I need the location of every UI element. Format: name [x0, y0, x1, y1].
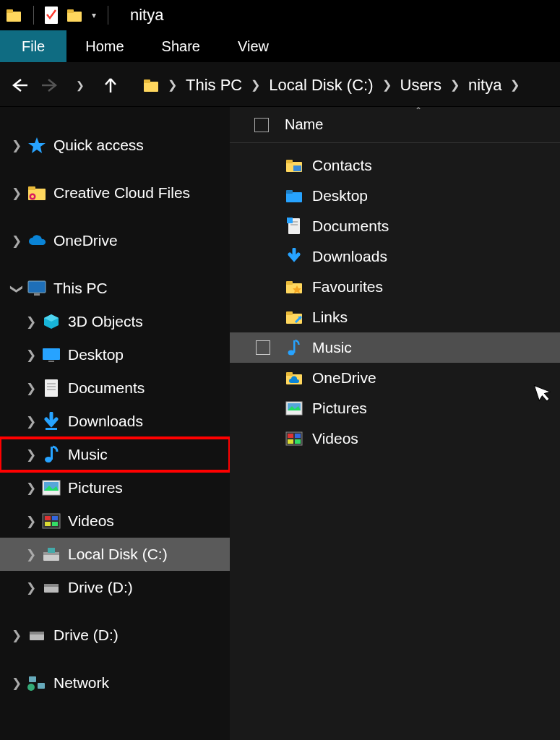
breadcrumb-localdisk[interactable]: Local Disk (C:) [263, 76, 379, 95]
breadcrumb-users[interactable]: Users [395, 76, 447, 95]
document-icon [283, 215, 305, 237]
quick-access-properties-icon[interactable] [41, 5, 61, 25]
star-icon [26, 134, 48, 156]
nav-forward-button[interactable] [36, 72, 64, 99]
file-row-desktop[interactable]: Desktop [230, 181, 560, 211]
nav-back-button[interactable] [6, 72, 33, 99]
svg-rect-47 [293, 165, 301, 171]
chevron-right-icon[interactable]: ❯ [22, 514, 40, 529]
main-area: ❯ Quick access ❯ Creative Cloud Files ❯ … [0, 107, 560, 740]
tree-3d-objects[interactable]: ❯ 3D Objects [0, 305, 230, 338]
tree-this-pc[interactable]: ❯ This PC [0, 272, 230, 305]
tab-home[interactable]: Home [66, 30, 142, 62]
chevron-right-icon[interactable]: ❯ [22, 381, 40, 396]
tree-drive-d-outer[interactable]: ❯ Drive (D:) [0, 619, 230, 652]
chevron-right-icon[interactable]: ❯ [7, 628, 26, 643]
chevron-right-icon[interactable]: ❯ [22, 348, 40, 363]
navigation-pane[interactable]: ❯ Quick access ❯ Creative Cloud Files ❯ … [0, 107, 230, 740]
file-name: Downloads [312, 248, 387, 265]
svg-rect-4 [67, 9, 74, 13]
tree-drive-d[interactable]: ❯ Drive (D:) [0, 571, 230, 604]
tree-quick-access[interactable]: ❯ Quick access [0, 129, 230, 162]
tree-local-disk-c[interactable]: ❯ Local Disk (C:) [0, 538, 230, 571]
tree-label: Pictures [68, 479, 123, 496]
file-row-contacts[interactable]: Contacts [230, 150, 560, 181]
tree-label: This PC [53, 280, 108, 297]
breadcrumb-sep[interactable]: ❯ [507, 78, 522, 92]
file-row-pictures[interactable]: Pictures [230, 393, 560, 423]
chevron-right-icon[interactable]: ❯ [22, 314, 40, 330]
file-name: OneDrive [312, 369, 376, 387]
tree-videos[interactable]: ❯ Videos [0, 504, 230, 538]
tab-file[interactable]: File [0, 30, 66, 62]
cube-icon [40, 311, 62, 332]
file-row-videos[interactable]: Videos [230, 423, 560, 454]
row-checkbox[interactable] [256, 340, 270, 355]
file-row-onedrive[interactable]: OneDrive [230, 363, 560, 393]
chevron-right-icon[interactable]: ❯ [22, 447, 40, 462]
svg-rect-7 [144, 82, 158, 92]
column-header-name[interactable]: Name [285, 116, 323, 133]
breadcrumb-sep[interactable]: ❯ [447, 78, 462, 92]
file-name: Desktop [312, 187, 368, 205]
chevron-right-icon[interactable]: ❯ [22, 481, 40, 496]
chevron-right-icon[interactable]: ❯ [22, 414, 40, 429]
svg-rect-3 [67, 12, 82, 22]
file-row-music[interactable]: Music [230, 332, 560, 363]
folder-icon [283, 306, 305, 328]
breadcrumb-sep[interactable]: ❯ [248, 78, 263, 92]
nav-recent-dropdown[interactable]: ❯ [66, 72, 94, 99]
address-bar[interactable]: ❯ This PC ❯ Local Disk (C:) ❯ Users ❯ ni… [134, 70, 554, 100]
breadcrumb-sep[interactable]: ❯ [165, 78, 180, 92]
content-pane[interactable]: Name ⌃ Contacts Desktop Documents [230, 107, 560, 740]
tree-label: Local Disk (C:) [68, 546, 168, 563]
file-name: Favourites [312, 278, 383, 296]
tree-music[interactable]: ❯ Music [0, 438, 230, 471]
svg-rect-43 [38, 683, 45, 689]
svg-marker-9 [28, 137, 46, 153]
file-row-downloads[interactable]: Downloads [230, 241, 560, 272]
chevron-down-icon[interactable]: ❯ [9, 279, 25, 298]
tab-view[interactable]: View [219, 30, 288, 62]
svg-rect-37 [48, 548, 55, 553]
tree-documents[interactable]: ❯ Documents [0, 371, 230, 405]
picture-icon [283, 397, 305, 419]
svg-rect-0 [7, 12, 21, 22]
svg-rect-63 [286, 372, 293, 376]
svg-rect-71 [295, 439, 301, 444]
tree-pictures[interactable]: ❯ Pictures [0, 471, 230, 504]
file-row-documents[interactable]: Documents [230, 211, 560, 241]
network-icon [26, 672, 48, 694]
chevron-right-icon[interactable]: ❯ [7, 233, 26, 249]
folder-icon [283, 276, 305, 298]
chevron-right-icon[interactable]: ❯ [7, 676, 26, 691]
nav-up-button[interactable] [97, 72, 124, 99]
tree-desktop[interactable]: ❯ Desktop [0, 338, 230, 371]
folder-icon [283, 185, 305, 207]
tab-share[interactable]: Share [143, 30, 219, 62]
breadcrumb-nitya[interactable]: nitya [462, 76, 507, 95]
folder-icon [283, 367, 305, 389]
breadcrumb-thispc[interactable]: This PC [180, 76, 248, 95]
chevron-right-icon[interactable]: ❯ [7, 138, 26, 153]
chevron-right-icon[interactable]: ❯ [22, 580, 40, 595]
tree-downloads[interactable]: ❯ Downloads [0, 405, 230, 438]
svg-rect-48 [286, 192, 302, 202]
drive-icon [40, 577, 62, 598]
chevron-right-icon[interactable]: ❯ [22, 547, 40, 562]
sort-indicator-icon: ⌃ [415, 106, 422, 116]
select-all-checkbox[interactable] [254, 118, 269, 132]
file-row-links[interactable]: Links [230, 302, 560, 332]
tree-label: Quick access [53, 137, 144, 154]
chevron-right-icon[interactable]: ❯ [7, 186, 26, 201]
svg-rect-68 [288, 434, 293, 438]
breadcrumb-root-icon[interactable] [137, 77, 165, 93]
quick-access-newfolder-icon[interactable] [64, 5, 85, 25]
breadcrumb-sep[interactable]: ❯ [379, 78, 395, 92]
tree-creative-cloud[interactable]: ❯ Creative Cloud Files [0, 176, 230, 210]
tree-onedrive[interactable]: ❯ OneDrive [0, 224, 230, 257]
quick-access-dropdown-icon[interactable]: ▾ [92, 10, 96, 20]
tree-network[interactable]: ❯ Network [0, 666, 230, 700]
film-icon [40, 510, 62, 532]
file-row-favourites[interactable]: Favourites [230, 272, 560, 302]
